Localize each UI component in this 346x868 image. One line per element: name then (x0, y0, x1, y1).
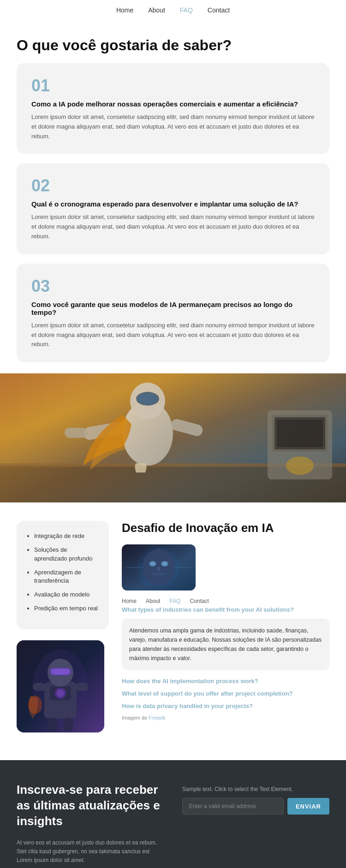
email-row: ENVIAR (182, 798, 329, 815)
feature-list: Integração de rede Soluções de aprendiza… (26, 532, 100, 613)
feature-box: Integração de rede Soluções de aprendiza… (17, 521, 109, 629)
footer-heading: Inscreva-se para receber as últimas atua… (17, 782, 164, 829)
faq-card-2: 02 Qual é o cronograma esperado para des… (17, 163, 329, 254)
nav-contact[interactable]: Contact (208, 6, 230, 14)
split-section: Integração de rede Soluções de aprendiza… (0, 502, 346, 742)
faq-cards-container: 01 Como a IA pode melhorar nossas operaç… (0, 63, 346, 373)
nav-overlay-about: About (146, 598, 160, 604)
faq-answer-2: Lorem ipsum dolor sit amet, consetetur s… (31, 213, 315, 241)
faq-item-collapsed-3[interactable]: How is data privacy handled in your proj… (122, 703, 329, 709)
svg-rect-8 (65, 428, 88, 438)
footer-sample-text-top: Sample text. Click to select the Text El… (182, 786, 329, 792)
robot-banner (0, 373, 346, 502)
nav-overlay-faq: FAQ (169, 598, 180, 604)
image-credit-text: Imagem de (122, 715, 149, 720)
svg-rect-25 (75, 683, 88, 691)
robot-secondary-image (17, 640, 104, 732)
footer-left: Inscreva-se para receber as últimas atua… (17, 782, 164, 865)
nav-overlay-home: Home (122, 598, 137, 604)
ai-face-image (122, 544, 196, 590)
svg-point-14 (286, 456, 314, 475)
nav-about[interactable]: About (148, 6, 165, 14)
svg-rect-20 (51, 669, 70, 674)
robot-secondary-svg (17, 640, 104, 732)
faq-card-1: 01 Como a IA pode melhorar nossas operaç… (17, 63, 329, 154)
innovation-title: Desafio de Inovação em IA (122, 521, 329, 535)
faq-item-collapsed-2[interactable]: What level of support do you offer after… (122, 690, 329, 697)
footer-section: Inscreva-se para receber as últimas atua… (0, 760, 346, 868)
nav-overlay-contact: Contact (190, 598, 209, 604)
main-nav: Home About FAQ Contact (0, 0, 346, 20)
svg-point-40 (138, 547, 179, 588)
feature-item-1: Integração de rede (34, 532, 100, 540)
svg-rect-27 (64, 718, 73, 732)
svg-rect-24 (33, 683, 46, 691)
faq-question-2: Qual é o cronograma esperado para desenv… (31, 200, 315, 208)
nav-faq[interactable]: FAQ (180, 6, 193, 14)
ai-face-svg (122, 544, 196, 590)
faq-question-1: Como a IA pode melhorar nossas operações… (31, 100, 315, 108)
faq-title: O que você gostaria de saber? (17, 37, 329, 54)
faq-question-3: Como você garante que seus modelos de IA… (31, 301, 315, 316)
svg-point-23 (57, 690, 64, 697)
svg-rect-13 (277, 419, 323, 447)
feature-item-3: Aprendizagem de transferência (34, 568, 100, 585)
faq-active-answer-text: Atendemos uma ampla gama de indústrias, … (129, 626, 322, 663)
faq-num-2: 02 (31, 176, 315, 195)
nav-overlay: Home About FAQ Contact (122, 598, 329, 604)
faq-num-3: 03 (31, 277, 315, 296)
svg-point-6 (137, 393, 158, 404)
feature-item-2: Soluções de aprendizado profundo (34, 546, 100, 562)
email-input[interactable] (182, 798, 284, 815)
faq-answer-1: Lorem ipsum dolor sit amet, consetetur s… (31, 112, 315, 141)
footer-description: At vero eos et accusam et justo duo dolo… (17, 838, 164, 865)
image-credit: Imagem de Freepik (122, 715, 329, 720)
faq-item-active-question[interactable]: What types of industries can benefit fro… (122, 606, 329, 613)
faq-item-collapsed-1[interactable]: How does the AI implementation process w… (122, 678, 329, 685)
faq-card-3: 03 Como você garante que seus modelos de… (17, 264, 329, 362)
faq-answer-3: Lorem ipsum dolor sit amet, consetetur s… (31, 321, 315, 349)
nav-home[interactable]: Home (116, 6, 133, 14)
robot-banner-svg (0, 373, 346, 502)
footer-right: Sample text. Click to select the Text El… (182, 782, 329, 865)
split-left: Integração de rede Soluções de aprendiza… (17, 521, 109, 732)
faq-hero: O que você gostaria de saber? (0, 20, 346, 63)
faq-active-answer: Atendemos uma ampla gama de indústrias, … (122, 619, 329, 670)
split-right: Desafio de Inovação em IA (109, 521, 329, 732)
svg-rect-26 (48, 718, 57, 732)
footer-inner: Inscreva-se para receber as últimas atua… (17, 782, 329, 865)
image-credit-link[interactable]: Freepik (149, 715, 166, 720)
faq-num-1: 01 (31, 76, 315, 95)
feature-item-5: Predição em tempo real (34, 604, 100, 613)
send-button[interactable]: ENVIAR (287, 798, 329, 815)
feature-item-4: Avaliação de modelo (34, 590, 100, 599)
